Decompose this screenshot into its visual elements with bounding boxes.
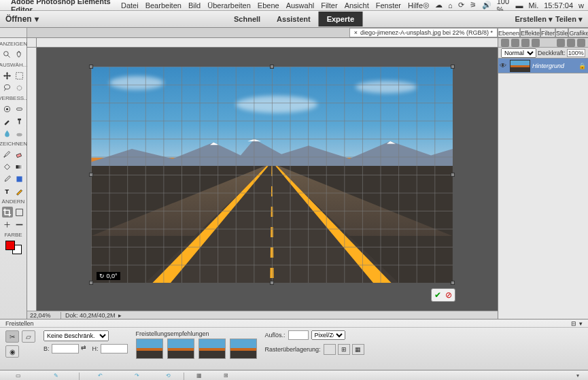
close-icon[interactable]: × [354,29,358,36]
height-input[interactable] [101,344,128,353]
lock-icon[interactable]: 🔒 [578,63,586,69]
lasso-tool[interactable] [2,82,13,93]
crop-suggestion-thumb[interactable] [136,339,163,359]
volume-icon[interactable]: 🔊 [482,1,491,10]
eyedropper-tool[interactable] [2,173,13,184]
clone-tool[interactable] [14,116,25,126]
dock-rotate[interactable]: ⟲Drehen [159,370,177,380]
menu-filter[interactable]: Filter [321,1,337,10]
chevron-right-icon[interactable]: ▸ [118,312,122,319]
spot-heal-tool[interactable] [14,103,25,114]
pencil-tool[interactable] [14,186,25,196]
canvas[interactable]: ↻ 0,0° ✔ ⊘ [91,67,453,283]
resolution-unit-select[interactable]: Pixel/Zen... [311,330,345,340]
cancel-icon[interactable]: ⊘ [445,290,452,300]
width-input[interactable] [52,344,79,353]
layer-name[interactable]: Hintergrund [532,63,578,69]
delete-layer-icon[interactable] [567,39,575,47]
crop-mode-icon[interactable]: ✂ [5,330,19,343]
status-icon[interactable]: ☁ [435,1,443,10]
dock-wz-optionen[interactable]: ✎WZ-Optionen [39,370,72,380]
shape-tool[interactable] [14,173,25,184]
status-icon[interactable]: ⟳ [458,1,464,10]
create-button[interactable]: Erstellen ▾ [515,15,553,24]
open-button[interactable]: Öffnen▾ [5,14,39,24]
dock-undo[interactable]: ↶Rückgängig [86,370,115,380]
overlay-thirds-button[interactable]: ⊞ [338,344,350,355]
battery-icon[interactable]: ▬ [516,1,523,10]
menu-auswahl[interactable]: Auswahl [286,1,315,10]
smart-brush-tool[interactable] [2,116,13,126]
color-picker[interactable] [5,241,22,254]
recompose-tool[interactable] [14,207,25,218]
chevron-down-icon[interactable]: ▾ [579,320,583,327]
zoom-value[interactable]: 22,04% [27,312,61,319]
mode-assist[interactable]: Assistent [269,12,319,27]
menu-datei[interactable]: Datei [121,1,139,10]
overlay-none-button[interactable] [324,344,336,355]
collapse-icon[interactable]: ⊟ [571,320,576,327]
brush-tool[interactable] [2,149,13,160]
new-layer-icon[interactable] [501,39,509,47]
content-move-tool[interactable] [2,219,13,230]
layer-mask-icon[interactable] [521,39,530,47]
hand-tool[interactable] [14,49,25,60]
fill-tool[interactable] [2,161,13,172]
panel-tab-ebenen[interactable]: Ebenen [498,28,520,37]
opacity-value[interactable]: 100% [567,49,585,57]
gradient-tool[interactable] [14,161,25,172]
menu-bearbeiten[interactable]: Bearbeiten [145,1,181,10]
visibility-icon[interactable]: 👁 [498,62,508,69]
text-tool[interactable]: T [2,186,13,196]
mode-quick[interactable]: Schnell [226,12,269,27]
menu-ebene[interactable]: Ebene [258,1,279,10]
dock-redo[interactable]: ↷Wiederholen [122,370,152,380]
crop-suggestion-thumb[interactable] [230,339,257,359]
crop-suggestion-thumb[interactable] [198,339,226,359]
blur-tool[interactable] [2,128,13,139]
layer-fx-icon[interactable] [511,39,519,47]
straighten-tool[interactable] [14,219,25,230]
status-icon[interactable]: ◎ [423,1,430,10]
resolution-input[interactable] [288,330,309,340]
eraser-tool[interactable] [14,149,25,160]
status-icon[interactable]: ⌂ [448,1,453,10]
user-initial[interactable]: w [578,1,584,10]
foreground-color[interactable] [5,241,15,250]
layer-row[interactable]: 👁 Hintergrund 🔒 [498,58,588,73]
adjustment-layer-icon[interactable] [532,39,540,47]
ruler-horizontal[interactable] [37,38,498,48]
wifi-icon[interactable]: ⚞ [470,1,477,10]
overlay-grid-button[interactable]: ▦ [352,344,364,355]
blend-mode-select[interactable]: Normal [501,48,536,58]
redeye-tool[interactable] [2,103,13,114]
swap-wh-icon[interactable]: ⇄ [81,344,90,353]
menu-ansicht[interactable]: Ansicht [345,1,369,10]
marquee-tool[interactable] [14,70,25,81]
panel-menu-icon[interactable] [577,39,585,47]
panel-tab-effekte[interactable]: Effekte [520,28,540,37]
move-tool[interactable] [2,70,13,81]
mode-expert[interactable]: Experte [319,12,362,27]
crop-tool[interactable] [2,207,13,218]
dock-more[interactable]: ▾Mehr [572,370,584,380]
sponge-tool[interactable] [14,128,25,139]
share-button[interactable]: Teilen ▾ [555,15,583,24]
menu-bild[interactable]: Bild [188,1,201,10]
panel-tab-grafiken[interactable]: Grafike [568,28,588,37]
ruler-vertical[interactable] [27,48,37,311]
crop-suggestion-thumb[interactable] [167,339,194,359]
lock-icon[interactable] [557,39,565,47]
panel-tab-stile[interactable]: Stile [555,28,569,37]
document-tab[interactable]: × diego-jimenez-A-unsplash.jpg bei 22% (… [349,28,498,37]
perspective-crop-icon[interactable]: ▱ [22,330,35,343]
dock-layout[interactable]: ▦Layout [191,370,207,380]
dock-organizer[interactable]: ⊞Organizer [214,370,238,380]
aspect-ratio-select[interactable]: Keine Beschränk. [44,330,109,341]
dock-fotobereich[interactable]: ▭Fotobereich [4,370,33,380]
quick-select-tool[interactable] [14,82,25,93]
commit-icon[interactable]: ✔ [434,290,441,300]
menu-ueberarbeiten[interactable]: Überarbeiten [207,1,251,10]
zoom-tool[interactable] [2,49,13,60]
menu-fenster[interactable]: Fenster [376,1,401,10]
